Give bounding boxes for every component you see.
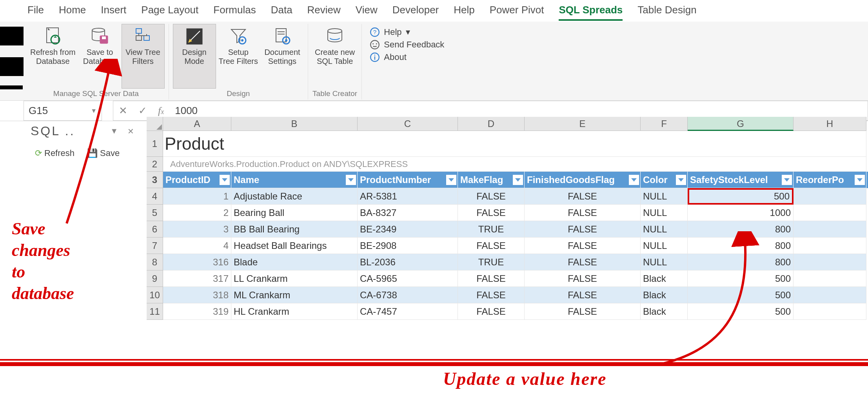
- title-cell[interactable]: Product: [163, 131, 866, 157]
- cell-finishedgoodsflag[interactable]: FALSE: [525, 270, 641, 287]
- table-header-finishedgoodsflag[interactable]: FinishedGoodsFlag: [525, 172, 641, 188]
- send-feedback-link[interactable]: Send Feedback: [368, 39, 446, 51]
- chevron-down-icon[interactable]: ▼: [110, 127, 120, 136]
- cell-name[interactable]: ML Crankarm: [231, 287, 358, 303]
- cell-reorder[interactable]: [794, 254, 866, 270]
- filter-dropdown-icon[interactable]: [346, 175, 356, 185]
- ribbon-tab-power-pivot[interactable]: Power Pivot: [490, 2, 544, 21]
- cell-finishedgoodsflag[interactable]: FALSE: [525, 221, 641, 238]
- ribbon-tab-insert[interactable]: Insert: [101, 2, 126, 21]
- cell-finishedgoodsflag[interactable]: FALSE: [525, 303, 641, 320]
- cell-name[interactable]: LL Crankarm: [231, 270, 358, 287]
- help-link[interactable]: ? Help ▾: [368, 26, 446, 38]
- row-header[interactable]: 1: [147, 131, 163, 157]
- col-header-H[interactable]: H: [794, 117, 866, 131]
- cell-productid[interactable]: 4: [163, 238, 231, 254]
- cell-color[interactable]: Black: [641, 303, 688, 320]
- ribbon-tab-formulas[interactable]: Formulas: [213, 2, 256, 21]
- view-tree-filters-button[interactable]: View Tree Filters: [122, 24, 165, 89]
- col-header-A[interactable]: A: [163, 117, 231, 131]
- filter-dropdown-icon[interactable]: [220, 175, 230, 185]
- ribbon-tab-developer[interactable]: Developer: [392, 2, 439, 21]
- row-header[interactable]: 2: [147, 157, 163, 172]
- col-header-G[interactable]: G: [688, 117, 794, 131]
- save-to-db-button[interactable]: Save to Database: [78, 24, 122, 89]
- cell-makeflag[interactable]: FALSE: [458, 303, 525, 320]
- cell-reorder[interactable]: [794, 270, 866, 287]
- filter-dropdown-icon[interactable]: [446, 175, 456, 185]
- cell-productid[interactable]: 317: [163, 270, 231, 287]
- cell-productnumber[interactable]: CA-7457: [358, 303, 458, 320]
- close-icon[interactable]: ✕: [127, 127, 136, 136]
- setup-tree-filters-button[interactable]: Setup Tree Filters: [216, 24, 261, 89]
- cell-productid[interactable]: 318: [163, 287, 231, 303]
- cell-finishedgoodsflag[interactable]: FALSE: [525, 205, 641, 221]
- cell-makeflag[interactable]: FALSE: [458, 270, 525, 287]
- cell-name[interactable]: Bearing Ball: [231, 205, 358, 221]
- cell-finishedgoodsflag[interactable]: FALSE: [525, 238, 641, 254]
- ribbon-tab-view[interactable]: View: [356, 2, 378, 21]
- ribbon-tab-page-layout[interactable]: Page Layout: [141, 2, 198, 21]
- cell-productnumber[interactable]: CA-6738: [358, 287, 458, 303]
- row-header[interactable]: 8: [147, 254, 163, 270]
- ribbon-tab-sql-spreads[interactable]: SQL Spreads: [559, 2, 623, 21]
- design-mode-button[interactable]: Design Mode: [173, 24, 216, 89]
- cell-productid[interactable]: 316: [163, 254, 231, 270]
- row-header[interactable]: 9: [147, 270, 163, 287]
- ribbon-tab-home[interactable]: Home: [59, 2, 86, 21]
- cell-color[interactable]: NULL: [641, 221, 688, 238]
- table-header-safetystocklevel[interactable]: SafetyStockLevel: [688, 172, 794, 188]
- table-header-color[interactable]: Color: [641, 172, 688, 188]
- fx-icon[interactable]: fx: [158, 105, 164, 117]
- ribbon-tab-data[interactable]: Data: [271, 2, 292, 21]
- cell-reorder[interactable]: [794, 287, 866, 303]
- cell-productnumber[interactable]: BE-2349: [358, 221, 458, 238]
- cell-name[interactable]: Headset Ball Bearings: [231, 238, 358, 254]
- cell-makeflag[interactable]: FALSE: [458, 188, 525, 205]
- cell-productid[interactable]: 319: [163, 303, 231, 320]
- cell-safetystocklevel[interactable]: 500: [688, 287, 794, 303]
- cell-safetystocklevel[interactable]: 500: [688, 270, 794, 287]
- about-link[interactable]: About: [368, 51, 446, 63]
- row-header[interactable]: 4: [147, 188, 163, 205]
- cell-color[interactable]: Black: [641, 287, 688, 303]
- table-header-makeflag[interactable]: MakeFlag: [458, 172, 525, 188]
- ribbon-tab-table-design[interactable]: Table Design: [637, 2, 696, 21]
- cell-reorder[interactable]: [794, 205, 866, 221]
- col-header-B[interactable]: B: [231, 117, 358, 131]
- cell-name[interactable]: BB Ball Bearing: [231, 221, 358, 238]
- select-all-corner[interactable]: [147, 117, 163, 131]
- create-new-sql-table-button[interactable]: Create new SQL Table: [312, 24, 358, 89]
- filter-dropdown-icon[interactable]: [513, 175, 523, 185]
- cell-productid[interactable]: 1: [163, 188, 231, 205]
- cell-color[interactable]: NULL: [641, 205, 688, 221]
- cell-safetystocklevel[interactable]: 500: [688, 303, 794, 320]
- table-header-productnumber[interactable]: ProductNumber: [358, 172, 458, 188]
- cell-makeflag[interactable]: FALSE: [458, 205, 525, 221]
- table-header-productid[interactable]: ProductID: [163, 172, 231, 188]
- cell-safetystocklevel[interactable]: 800: [688, 221, 794, 238]
- cell-color[interactable]: Black: [641, 270, 688, 287]
- enter-check-icon[interactable]: ✓: [138, 105, 147, 117]
- cell-safetystocklevel[interactable]: 500: [688, 188, 794, 205]
- cell-reorder[interactable]: [794, 238, 866, 254]
- filter-dropdown-icon[interactable]: [782, 175, 792, 185]
- ribbon-tab-help[interactable]: Help: [454, 2, 474, 21]
- table-header-reorderpo[interactable]: ReorderPo: [794, 172, 866, 188]
- cell-color[interactable]: NULL: [641, 238, 688, 254]
- cell-makeflag[interactable]: TRUE: [458, 254, 525, 270]
- cell-safetystocklevel[interactable]: 1000: [688, 205, 794, 221]
- cell-safetystocklevel[interactable]: 800: [688, 238, 794, 254]
- panel-refresh-button[interactable]: ⟳ Refresh: [31, 145, 79, 161]
- panel-save-button[interactable]: 💾 Save: [83, 145, 124, 161]
- cell-productnumber[interactable]: BA-8327: [358, 205, 458, 221]
- ribbon-tab-file[interactable]: File: [27, 2, 44, 21]
- filter-dropdown-icon[interactable]: [676, 175, 686, 185]
- cell-color[interactable]: NULL: [641, 188, 688, 205]
- cell-reorder[interactable]: [794, 221, 866, 238]
- cancel-icon[interactable]: ✕: [119, 105, 127, 117]
- cell-productid[interactable]: 3: [163, 221, 231, 238]
- cell-name[interactable]: Blade: [231, 254, 358, 270]
- cell-safetystocklevel[interactable]: 800: [688, 254, 794, 270]
- filter-dropdown-icon[interactable]: [629, 175, 639, 185]
